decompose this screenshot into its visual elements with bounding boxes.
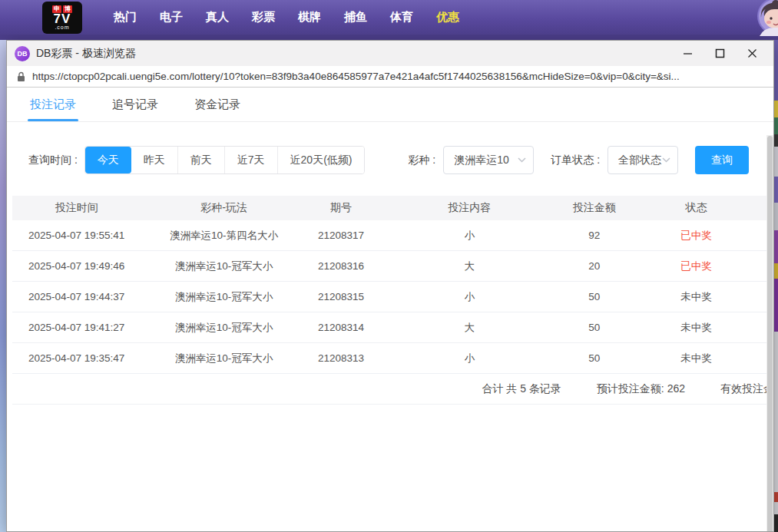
status-filter-label: 订单状态 : (551, 154, 600, 167)
cell-bet-time: 2025-04-07 19:55:41 (12, 230, 141, 241)
lottery-select-value: 澳洲幸运10 (454, 154, 509, 167)
search-button[interactable]: 查询 (695, 146, 749, 174)
header-status: 状态 (624, 201, 768, 215)
time-option-last-7-days[interactable]: 近7天 (224, 147, 277, 173)
vertical-scrollbar[interactable] (766, 135, 773, 532)
cell-bet-content: 小 (375, 290, 564, 304)
cell-status: 已中奖 (624, 229, 768, 243)
logo-brand: 7V (54, 13, 71, 25)
window-titlebar: DB DB彩票 - 极速浏览器 (7, 41, 773, 66)
order-status-select[interactable]: 全部状态 (608, 146, 678, 174)
cell-status: 未中奖 (624, 321, 768, 335)
summary-total-count: 合计 共 5 条记录 (482, 382, 561, 396)
page-content: 投注记录 追号记录 资金记录 查询时间 : 今天 昨天 前天 近7天 近20天(… (7, 88, 773, 531)
header-bet-amount: 投注金额 (564, 201, 624, 215)
logo-suffix: .com (55, 25, 69, 30)
time-option-last-20-days[interactable]: 近20天(低频) (277, 147, 365, 173)
minimize-icon (683, 48, 693, 58)
tab-bet-records[interactable]: 投注记录 (30, 88, 76, 121)
cell-bet-amount: 50 (564, 352, 624, 364)
cell-game-play: 澳洲幸运10-冠军大小 (141, 352, 306, 365)
close-button[interactable] (741, 45, 763, 63)
cell-game-play: 澳洲幸运10-冠军大小 (141, 321, 306, 335)
lock-icon (17, 71, 25, 82)
user-avatar[interactable] (753, 0, 778, 36)
cell-bet-time: 2025-04-07 19:35:47 (12, 352, 141, 364)
cell-issue: 21208315 (307, 291, 376, 302)
cell-issue: 21208314 (307, 322, 376, 333)
header-bet-time: 投注时间 (12, 201, 141, 215)
tab-chase-records[interactable]: 追号记录 (112, 88, 158, 121)
cell-bet-amount: 50 (564, 322, 624, 333)
site-logo[interactable]: 申 博 7V .com (42, 2, 82, 34)
minimize-button[interactable] (677, 45, 698, 63)
cell-bet-content: 大 (375, 321, 564, 335)
table-row: 2025-04-07 19:44:37 澳洲幸运10-冠军大小 21208315… (12, 282, 768, 312)
summary-expected-amount: 预计投注金额: 262 (597, 382, 685, 396)
cell-status: 未中奖 (624, 290, 768, 304)
record-tabs: 投注记录 追号记录 资金记录 (7, 88, 773, 122)
cell-bet-time: 2025-04-07 19:49:46 (12, 260, 141, 272)
table-row: 2025-04-07 19:49:46 澳洲幸运10-冠军大小 21208316… (12, 251, 768, 282)
cell-game-play: 澳洲幸运10-冠军大小 (141, 290, 306, 304)
maximize-icon (715, 48, 725, 58)
table-row: 2025-04-07 19:41:27 澳洲幸运10-冠军大小 21208314… (12, 312, 768, 343)
scrollbar-thumb[interactable] (767, 136, 773, 532)
table-row: 2025-04-07 19:35:47 澳洲幸运10-冠军大小 21208313… (12, 343, 768, 374)
cell-status: 未中奖 (624, 352, 768, 365)
background-page-gap (0, 35, 778, 40)
cell-status: 已中奖 (624, 259, 768, 273)
nav-item-sports[interactable]: 体育 (379, 10, 425, 25)
cell-bet-content: 大 (375, 259, 564, 273)
filter-bar: 查询时间 : 今天 昨天 前天 近7天 近20天(低频) 彩种 : 澳洲幸运10… (7, 146, 773, 174)
tab-fund-records[interactable]: 资金记录 (194, 88, 240, 121)
time-filter-label: 查询时间 : (28, 154, 78, 167)
time-option-yesterday[interactable]: 昨天 (131, 147, 177, 173)
nav-item-live[interactable]: 真人 (194, 10, 240, 25)
close-icon (747, 48, 757, 58)
background-page-left-sliver (0, 40, 6, 532)
nav-item-cards[interactable]: 棋牌 (286, 10, 333, 25)
window-controls (677, 45, 766, 63)
cell-issue: 21208313 (307, 352, 376, 364)
nav-item-fishing[interactable]: 捕鱼 (333, 10, 379, 25)
cell-bet-time: 2025-04-07 19:44:37 (12, 291, 141, 302)
table-row: 2025-04-07 19:55:41 澳洲幸运10-第四名大小 2120831… (12, 220, 768, 251)
cell-bet-time: 2025-04-07 19:41:27 (12, 322, 141, 333)
table-header-row: 投注时间 彩种-玩法 期号 投注内容 投注金额 状态 (12, 196, 768, 220)
cell-bet-content: 小 (375, 352, 564, 365)
order-status-value: 全部状态 (618, 154, 661, 167)
nav-item-hot[interactable]: 热门 (102, 10, 148, 25)
time-option-today[interactable]: 今天 (85, 147, 131, 173)
cell-game-play: 澳洲幸运10-第四名大小 (141, 229, 306, 243)
avatar-image (753, 0, 778, 36)
background-page-right-sliver (774, 40, 778, 532)
site-header: 申 博 7V .com 热门 电子 真人 彩票 棋牌 捕鱼 体育 优惠 (0, 0, 778, 35)
time-option-day-before[interactable]: 前天 (177, 147, 224, 173)
table-summary-row: 合计 共 5 条记录 预计投注金额: 262 有效投注金额 (12, 374, 774, 405)
cell-bet-amount: 92 (564, 230, 624, 241)
nav-item-lottery[interactable]: 彩票 (240, 10, 286, 25)
chevron-down-icon (518, 157, 526, 163)
lottery-select[interactable]: 澳洲幸运10 (443, 146, 534, 174)
url-input[interactable]: https://ctopcp02pcali.uengi5e.com/lotter… (32, 71, 763, 82)
header-issue: 期号 (307, 201, 376, 215)
bet-records-table: 投注时间 彩种-玩法 期号 投注内容 投注金额 状态 2025-04-07 19… (7, 196, 773, 405)
cell-bet-content: 小 (375, 229, 564, 243)
cell-bet-amount: 20 (564, 260, 624, 272)
cell-issue: 21208316 (307, 260, 376, 272)
url-bar: https://ctopcp02pcali.uengi5e.com/lotter… (7, 66, 773, 88)
lottery-filter-label: 彩种 : (408, 154, 435, 167)
maximize-button[interactable] (709, 45, 730, 63)
browser-window: DB DB彩票 - 极速浏览器 https://ctopcp02pcali.ue… (6, 40, 774, 532)
main-nav: 热门 电子 真人 彩票 棋牌 捕鱼 体育 优惠 (102, 10, 471, 25)
time-filter-group: 今天 昨天 前天 近7天 近20天(低频) (84, 146, 366, 174)
nav-item-promo[interactable]: 优惠 (425, 10, 471, 25)
db-favicon: DB (15, 46, 30, 61)
nav-item-slots[interactable]: 电子 (148, 10, 194, 25)
cell-issue: 21208317 (307, 230, 376, 241)
cell-bet-amount: 50 (564, 291, 624, 302)
header-game-play: 彩种-玩法 (141, 201, 306, 215)
window-title: DB彩票 - 极速浏览器 (36, 47, 136, 61)
chevron-down-icon (662, 157, 670, 163)
